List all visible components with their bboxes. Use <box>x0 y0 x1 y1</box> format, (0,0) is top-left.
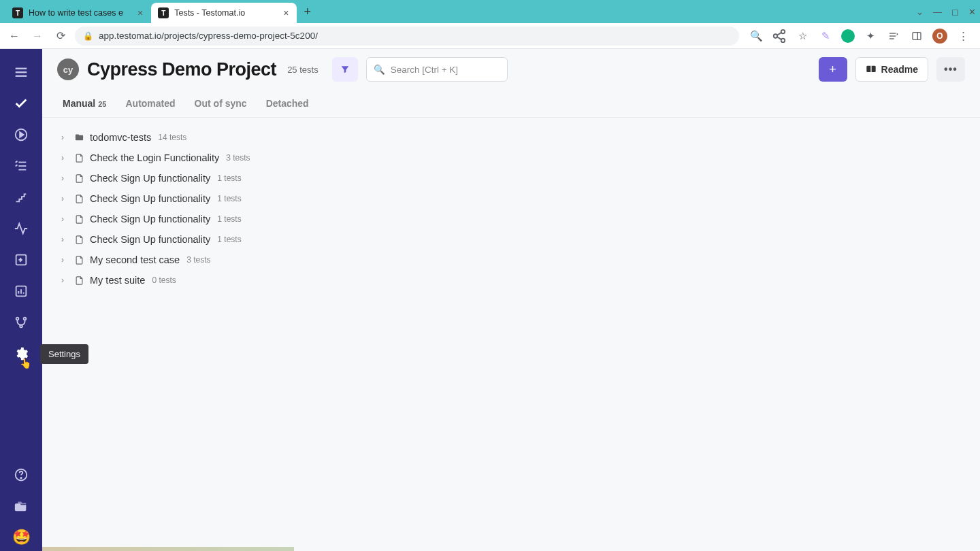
menu-icon[interactable] <box>7 59 35 86</box>
kebab-icon[interactable]: ⋮ <box>956 29 970 44</box>
browser-tab[interactable]: T How to write test cases e × <box>5 3 151 23</box>
row-name: todomvc-tests <box>90 132 151 143</box>
tab-manual[interactable]: Manual 25 <box>63 98 106 117</box>
zoom-icon[interactable]: 🔍 <box>749 29 764 44</box>
tree-row[interactable]: ›Check Sign Up functionality1 tests <box>56 168 966 188</box>
chevron-right-icon: › <box>61 194 68 203</box>
svg-rect-6 <box>889 35 896 36</box>
url-text: app.testomat.io/projects/cypress-demo-pr… <box>99 31 318 41</box>
readme-button[interactable]: Readme <box>855 57 928 82</box>
filter-icon <box>340 64 350 75</box>
search-input[interactable]: 🔍 Search [Ctrl + K] <box>366 57 508 82</box>
star-icon[interactable]: ☆ <box>795 29 810 44</box>
row-count: 3 tests <box>186 255 210 265</box>
tab-automated[interactable]: Automated <box>125 98 175 117</box>
file-icon <box>74 276 84 286</box>
chevron-right-icon: › <box>61 255 68 265</box>
row-count: 3 tests <box>226 153 250 163</box>
tree-row[interactable]: ›Check Sign Up functionality1 tests <box>56 229 966 250</box>
tree-row[interactable]: ›Check Sign Up functionality1 tests <box>56 209 966 229</box>
chevron-right-icon: › <box>61 235 68 244</box>
window-controls: ⌄ — ◻ ✕ <box>916 0 976 23</box>
svg-point-1 <box>774 34 778 38</box>
tab-title: Tests - Testomat.io <box>174 8 276 18</box>
search-placeholder: Search [Ctrl + K] <box>391 65 458 75</box>
tab-out-of-sync[interactable]: Out of sync <box>195 98 247 117</box>
close-icon[interactable]: × <box>282 7 290 18</box>
browser-tab-strip: T How to write test cases e × T Tests - … <box>0 0 980 23</box>
chevron-right-icon: › <box>61 173 68 183</box>
tab-count: 25 <box>98 100 106 108</box>
toolbar-right: 🔍 ☆ ✎ ✦ O ⋮ <box>745 29 975 44</box>
search-icon: 🔍 <box>374 64 385 75</box>
row-count: 0 tests <box>152 276 176 285</box>
file-icon <box>74 214 84 224</box>
main-content: cy Cypress Demo Project 25 tests 🔍 Searc… <box>42 49 980 551</box>
book-icon <box>866 64 877 75</box>
row-count: 1 tests <box>217 214 241 224</box>
close-icon[interactable]: × <box>136 7 144 18</box>
readme-label: Readme <box>881 64 918 75</box>
address-bar: ← → ⟳ 🔒 app.testomat.io/projects/cypress… <box>0 23 980 49</box>
tree-row[interactable]: ›todomvc-tests14 tests <box>56 127 966 148</box>
extension-icon[interactable] <box>841 29 855 43</box>
folder-icon <box>74 133 84 143</box>
play-icon[interactable] <box>7 121 35 148</box>
reload-button[interactable]: ⟳ <box>52 27 69 45</box>
svg-marker-14 <box>20 132 24 137</box>
tree-row[interactable]: ›My second test case3 tests <box>56 250 966 270</box>
chevron-right-icon: › <box>61 133 68 142</box>
row-count: 1 tests <box>217 173 241 183</box>
checklist-icon[interactable] <box>7 152 35 180</box>
check-icon[interactable] <box>7 90 35 117</box>
row-name: My test suite <box>90 275 145 286</box>
chart-icon[interactable] <box>7 278 35 305</box>
emoji-avatar-icon[interactable]: 🤩 <box>7 524 35 551</box>
stairs-icon[interactable] <box>7 184 35 211</box>
help-icon[interactable] <box>7 461 35 488</box>
filter-tabs: Manual 25 Automated Out of sync Detached <box>42 90 980 118</box>
add-button[interactable]: + <box>819 57 847 82</box>
puzzle-icon[interactable]: ✦ <box>863 29 878 44</box>
project-title: Cypress Demo Project <box>87 59 276 80</box>
file-icon <box>74 235 84 245</box>
profile-avatar[interactable]: O <box>932 29 947 44</box>
svg-line-4 <box>777 37 781 39</box>
minimize-icon[interactable]: — <box>933 7 942 17</box>
chevron-down-icon[interactable]: ⌄ <box>916 7 924 17</box>
tree-row[interactable]: ›Check the Login Functionality3 tests <box>56 148 966 168</box>
gear-icon[interactable]: Settings 👆 <box>7 340 35 367</box>
folders-icon[interactable] <box>7 492 35 520</box>
more-button[interactable]: ••• <box>936 57 965 82</box>
row-name: My second test case <box>90 254 180 265</box>
row-count: 14 tests <box>158 133 186 142</box>
browser-tab-active[interactable]: T Tests - Testomat.io × <box>151 3 297 23</box>
activity-icon[interactable] <box>7 215 35 242</box>
chevron-right-icon: › <box>61 153 68 163</box>
maximize-icon[interactable]: ◻ <box>951 7 959 17</box>
import-icon[interactable] <box>7 246 35 273</box>
svg-point-27 <box>20 478 21 478</box>
reading-list-icon[interactable] <box>886 29 901 44</box>
file-icon <box>74 255 84 265</box>
back-button[interactable]: ← <box>5 27 23 45</box>
tree-row[interactable]: ›Check Sign Up functionality1 tests <box>56 188 966 209</box>
filter-button[interactable] <box>332 57 358 82</box>
close-window-icon[interactable]: ✕ <box>968 7 976 17</box>
svg-rect-7 <box>889 38 894 39</box>
row-name: Check Sign Up functionality <box>90 173 210 184</box>
forward-button[interactable]: → <box>29 27 46 45</box>
new-tab-button[interactable]: + <box>297 5 318 19</box>
tab-title: How to write test cases e <box>29 8 131 18</box>
project-header: cy Cypress Demo Project 25 tests 🔍 Searc… <box>42 49 980 90</box>
tree-row[interactable]: ›My test suite0 tests <box>56 270 966 290</box>
branch-icon[interactable] <box>7 309 35 336</box>
panel-icon[interactable] <box>909 29 924 44</box>
cursor-icon: 👆 <box>20 358 31 369</box>
share-icon[interactable] <box>772 29 787 44</box>
url-field[interactable]: 🔒 app.testomat.io/projects/cypress-demo-… <box>75 27 739 46</box>
row-count: 1 tests <box>217 235 241 244</box>
tab-detached[interactable]: Detached <box>266 98 309 117</box>
lock-icon: 🔒 <box>83 31 93 41</box>
pencil-icon[interactable]: ✎ <box>818 29 833 44</box>
